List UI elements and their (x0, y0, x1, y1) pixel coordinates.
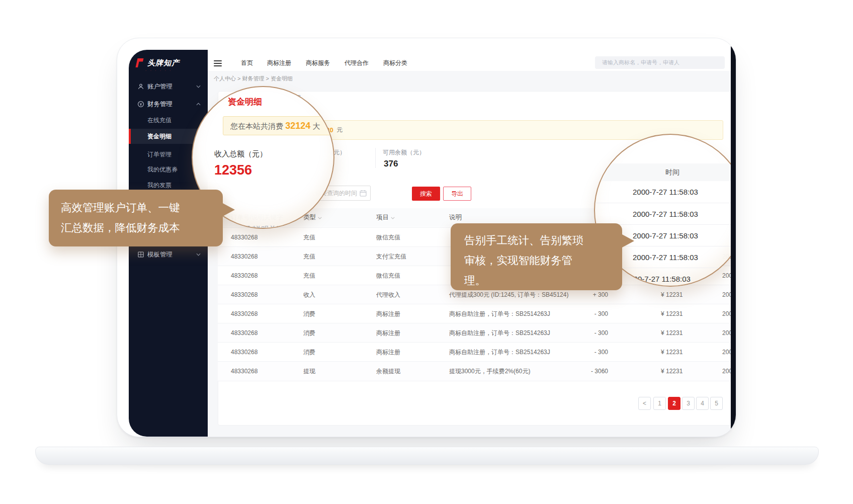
export-button[interactable]: 导出 (443, 187, 471, 201)
global-search-input[interactable]: 请输入商标名，申请号，申请人 (595, 56, 725, 69)
magnified-tab-label: 资金明细 (228, 96, 262, 108)
magnified-time-header-band: 时间 (595, 163, 736, 181)
nav-trademark-service[interactable]: 商标服务 (306, 59, 330, 67)
top-toolbar: 首页 商标注册 商标服务 代理合作 商标分类 请输入商标名，申请号，申请人 (208, 38, 736, 71)
stats-divider (375, 148, 376, 168)
brand-tagline: · · · · · · (145, 69, 172, 72)
magnified-income-value: 12356 (214, 162, 252, 178)
table-row: 48330268消费商标注册商标自助注册，订单号：SB2514263J- 300… (218, 342, 736, 362)
callout-tail (222, 203, 235, 217)
pagination-page-3[interactable]: 3 (682, 397, 695, 410)
chevron-down-icon (196, 85, 201, 88)
nav-trademark-register[interactable]: 商标注册 (267, 59, 291, 67)
magnified-time-row: 2000-7-27 11:58:03 (595, 181, 736, 203)
search-button[interactable]: 搜索 (412, 187, 440, 201)
template-icon (137, 251, 144, 258)
user-icon (137, 83, 144, 90)
callout-right: 告别手工统计、告别繁琐 审核，实现智能财务管 理。 (451, 223, 622, 290)
calendar-icon (360, 190, 367, 197)
logo[interactable]: 头牌知产 (134, 57, 180, 68)
sidebar-item-finance[interactable]: 财务管理 (129, 97, 208, 112)
magnified-banner: 您在本站共消费 32124 大 (223, 116, 334, 135)
menu-icon[interactable] (214, 60, 222, 68)
magnified-time-header: 时间 (665, 168, 679, 176)
table-row: 48330268消费商标注册商标自助注册，订单号：SB2514263J- 300… (218, 304, 736, 323)
callout-left: 高效管理账户订单、一键 汇总数据，降低财务成本 (49, 190, 223, 246)
brand-name: 头牌知产 (147, 58, 180, 68)
breadcrumb: 个人中心 > 财务管理 > 资金明细 (208, 71, 736, 86)
brand-icon (134, 57, 145, 68)
pagination-page-2-active[interactable]: 2 (668, 397, 680, 410)
magnified-income-label: 收入总额（元） (214, 149, 267, 159)
sort-chevron-icon (391, 217, 395, 219)
header-project[interactable]: 项目 (376, 208, 395, 227)
magnified-time-row: 2000-7-27 11:58:03 (595, 203, 736, 225)
sort-chevron-icon (318, 217, 322, 219)
sidebar-item-account[interactable]: 账户管理 (129, 79, 208, 94)
finance-icon (137, 101, 144, 108)
balance-value: 376 (384, 159, 398, 169)
table-row: 48330268提现余额提现提现3000元，手续费2%(60元)- 3060¥ … (218, 361, 736, 381)
laptop-bezel-edge (731, 38, 736, 437)
pagination-prev[interactable]: < (638, 397, 651, 410)
nav-trademark-class[interactable]: 商标分类 (383, 59, 407, 67)
laptop-base (35, 447, 819, 465)
nav-agency[interactable]: 代理合作 (345, 59, 369, 67)
sidebar-item-online-recharge[interactable]: 在线充值 (129, 113, 208, 128)
pagination-page-1[interactable]: 1 (653, 397, 666, 410)
balance-label: 可用余额（元） (383, 148, 425, 157)
callout-tail (621, 234, 634, 248)
pagination-page-4[interactable]: 4 (696, 397, 709, 410)
chevron-up-icon (196, 103, 201, 106)
banner-unit: 元 (336, 121, 343, 139)
nav-home[interactable]: 首页 (241, 59, 253, 67)
table-row: 48330268消费商标注册商标自助注册，订单号：SB2514263J- 300… (218, 323, 736, 343)
pagination-page-5[interactable]: 5 (710, 397, 723, 410)
chevron-down-icon (196, 253, 201, 256)
sidebar-item-templates[interactable]: 模板管理 (129, 247, 208, 262)
